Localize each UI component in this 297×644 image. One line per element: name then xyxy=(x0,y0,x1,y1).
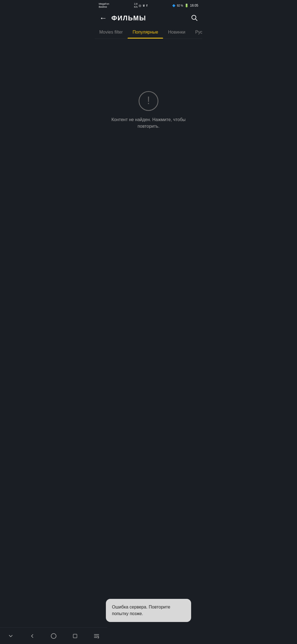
clock: 16:05 xyxy=(190,4,198,7)
svg-point-0 xyxy=(192,15,196,19)
carrier2-name: Beeline xyxy=(99,6,109,9)
carrier1-name: MegaFon xyxy=(99,2,109,6)
tab-popular[interactable]: Популярные xyxy=(128,26,163,39)
error-exclamation-icon: ! xyxy=(147,95,150,106)
error-icon-container: ! xyxy=(139,91,158,111)
page-title: ФИЛЬМЫ xyxy=(111,14,191,22)
battery-icon: 🔋 xyxy=(185,4,189,7)
data-speed: 2,8 K/s xyxy=(134,2,138,9)
circle-icon: ◎ xyxy=(139,4,141,7)
carrier-info: MegaFon Beeline xyxy=(99,2,109,9)
status-bar: MegaFon Beeline 2,8 K/s ◎ ♛ f 🔷 92 % 🔋 1… xyxy=(95,0,202,10)
error-circle: ! xyxy=(139,91,158,111)
main-content[interactable]: ! Контент не найден. Нажмите, чтобы повт… xyxy=(95,39,202,182)
back-button[interactable]: ← xyxy=(99,14,107,23)
battery-percent: 92 % xyxy=(177,4,183,7)
facebook-icon: f xyxy=(146,4,147,7)
status-right-icons: 🔷 92 % 🔋 16:05 xyxy=(172,4,198,7)
top-navigation: ← ФИЛЬМЫ xyxy=(95,10,202,26)
back-arrow-icon: ← xyxy=(99,14,107,23)
tab-bar: Movies filter Популярные Новинки Русские… xyxy=(95,26,202,39)
tab-new[interactable]: Новинки xyxy=(163,26,190,39)
tab-russian-new[interactable]: Русские новин… xyxy=(190,26,202,39)
search-icon xyxy=(191,14,198,21)
search-button[interactable] xyxy=(191,14,198,22)
bluetooth-icon: 🔷 xyxy=(172,4,175,7)
status-center-icons: 2,8 K/s ◎ ♛ f xyxy=(134,2,147,9)
tab-movies-filter[interactable]: Movies filter xyxy=(95,26,128,39)
crown-icon: ♛ xyxy=(142,4,145,7)
svg-line-1 xyxy=(196,19,197,20)
empty-state-message: Контент не найден. Нажмите, чтобы повтор… xyxy=(100,116,197,130)
